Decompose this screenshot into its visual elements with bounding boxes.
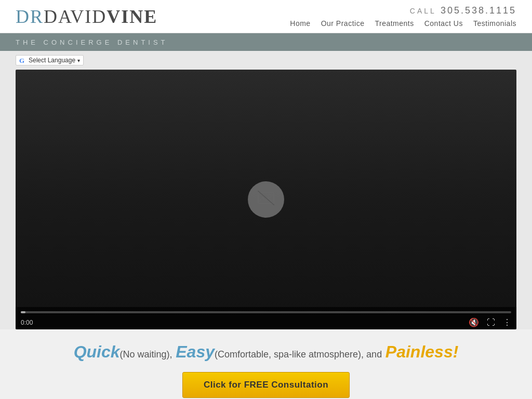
logo-david: DAVID — [44, 6, 107, 27]
nav-testimonials[interactable]: Testimonials — [473, 19, 516, 28]
video-progress-bar[interactable] — [21, 311, 511, 313]
tagline-easy-desc: (Comfortable, spa-like atmosphere), and — [215, 349, 382, 360]
nav-contact-us[interactable]: Contact Us — [424, 19, 463, 28]
logo-dr: DR — [16, 6, 44, 27]
tagline-text: Quick(No waiting), Easy(Comfortable, spa… — [16, 342, 516, 362]
video-progress-fill — [21, 311, 25, 313]
google-g-icon: G — [19, 57, 26, 64]
tagline-section: Quick(No waiting), Easy(Comfortable, spa… — [0, 329, 532, 399]
video-section: 0:00 🔇 ⛶ ⋮ — [0, 70, 532, 329]
svg-point-1 — [268, 194, 271, 197]
controls-row: 0:00 🔇 ⛶ ⋮ — [21, 317, 511, 327]
tagline-easy: Easy — [176, 342, 215, 361]
phone-number: 305.538.1115 — [441, 5, 516, 16]
video-control-icons: 🔇 ⛶ ⋮ — [469, 317, 511, 327]
tagline-quick-desc: (No waiting), — [120, 349, 172, 360]
nav-home[interactable]: Home — [290, 19, 310, 28]
logo-vine: VINE — [107, 6, 157, 27]
cta-consultation-button[interactable]: Click for FREE Consultation — [182, 372, 350, 398]
subtitle-text: THE CONCIERGE DENTIST — [16, 38, 168, 46]
tagline-painless: Painless! — [385, 342, 459, 361]
mute-icon[interactable]: 🔇 — [469, 317, 479, 327]
dropdown-arrow-icon: ▾ — [77, 58, 80, 63]
call-label: CALL — [410, 7, 436, 15]
select-language-label: Select Language — [29, 57, 75, 64]
phone-display: CALL 305.538.1115 — [410, 5, 516, 16]
header-right: CALL 305.538.1115 Home Our Practice Trea… — [290, 5, 516, 28]
video-play-button[interactable] — [248, 181, 284, 218]
logo-text: DRDAVIDVINE — [16, 6, 157, 28]
broken-image-icon — [258, 191, 274, 209]
tagline-quick: Quick — [74, 342, 120, 361]
video-player[interactable]: 0:00 🔇 ⛶ ⋮ — [16, 70, 516, 329]
language-bar: G Select Language ▾ — [0, 51, 532, 70]
svg-line-2 — [258, 191, 274, 205]
more-options-icon[interactable]: ⋮ — [503, 317, 511, 327]
main-nav: Home Our Practice Treatments Contact Us … — [290, 19, 516, 28]
nav-our-practice[interactable]: Our Practice — [321, 19, 365, 28]
video-time: 0:00 — [21, 319, 33, 326]
subtitle-bar: THE CONCIERGE DENTIST — [0, 33, 532, 51]
header: DRDAVIDVINE CALL 305.538.1115 Home Our P… — [0, 0, 532, 33]
fullscreen-icon[interactable]: ⛶ — [487, 318, 495, 327]
video-controls: 0:00 🔇 ⛶ ⋮ — [16, 307, 516, 329]
language-selector[interactable]: G Select Language ▾ — [16, 55, 84, 65]
nav-treatments[interactable]: Treatments — [375, 19, 414, 28]
logo: DRDAVIDVINE — [16, 6, 157, 28]
